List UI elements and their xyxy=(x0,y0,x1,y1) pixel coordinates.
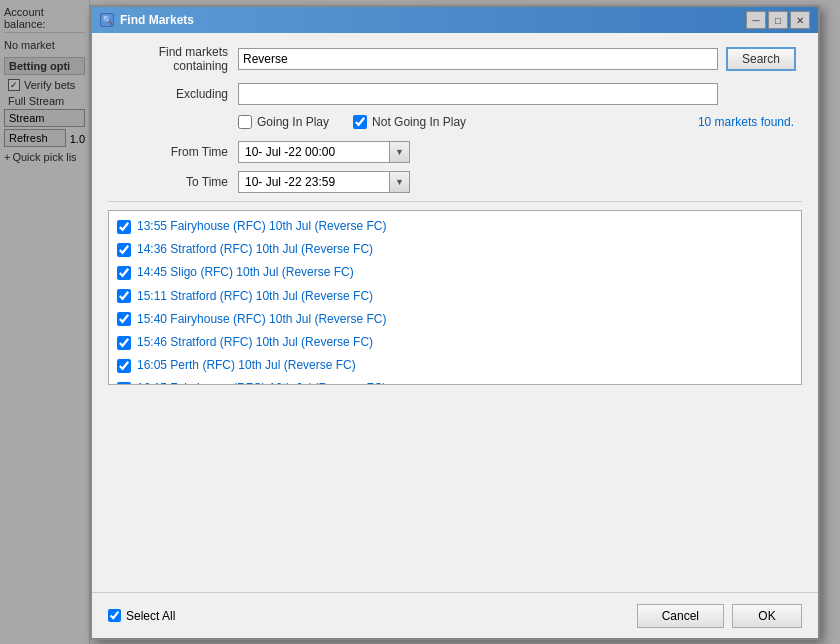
to-time-wrapper: ▼ xyxy=(238,171,410,193)
find-markets-row: Find markets containing Search xyxy=(108,45,802,73)
find-markets-input[interactable] xyxy=(238,48,718,70)
result-item-checkbox[interactable] xyxy=(117,220,131,234)
not-going-in-play-label: Not Going In Play xyxy=(372,115,466,129)
minimize-button[interactable]: ─ xyxy=(746,11,766,29)
select-all-checkbox[interactable] xyxy=(108,609,121,622)
going-in-play-checkbox[interactable] xyxy=(238,115,252,129)
result-item-text: 16:05 Perth (RFC) 10th Jul (Reverse FC) xyxy=(137,356,356,375)
cancel-button[interactable]: Cancel xyxy=(637,604,724,628)
find-markets-label: Find markets containing xyxy=(108,45,238,73)
list-item: 16:05 Perth (RFC) 10th Jul (Reverse FC) xyxy=(113,354,797,377)
dialog-title-left: 🔍 Find Markets xyxy=(100,13,194,27)
going-in-play-item: Going In Play xyxy=(238,115,329,129)
result-item-checkbox[interactable] xyxy=(117,336,131,350)
results-area[interactable]: 13:55 Fairyhouse (RFC) 10th Jul (Reverse… xyxy=(108,210,802,385)
list-item: 15:46 Stratford (RFC) 10th Jul (Reverse … xyxy=(113,331,797,354)
dialog-body: Find markets containing Search Excluding… xyxy=(92,33,818,405)
divider xyxy=(108,201,802,202)
markets-found-text: 10 markets found. xyxy=(698,115,802,129)
list-item: 16:15 Fairyhouse (RFC) 10th Jul (Reverse… xyxy=(113,377,797,385)
result-item-text: 15:40 Fairyhouse (RFC) 10th Jul (Reverse… xyxy=(137,310,386,329)
not-going-in-play-checkbox[interactable] xyxy=(353,115,367,129)
result-item-text: 15:11 Stratford (RFC) 10th Jul (Reverse … xyxy=(137,287,373,306)
maximize-button[interactable]: □ xyxy=(768,11,788,29)
close-button[interactable]: ✕ xyxy=(790,11,810,29)
result-item-checkbox[interactable] xyxy=(117,243,131,257)
from-time-dropdown[interactable]: ▼ xyxy=(389,142,409,162)
footer-left: Select All xyxy=(108,609,175,623)
select-all-item: Select All xyxy=(108,609,175,623)
excluding-label: Excluding xyxy=(108,87,238,101)
ok-button[interactable]: OK xyxy=(732,604,802,628)
dialog-footer: Select All Cancel OK xyxy=(92,592,818,638)
find-markets-dialog: 🔍 Find Markets ─ □ ✕ Find markets contai… xyxy=(90,5,820,640)
not-going-in-play-item: Not Going In Play xyxy=(353,115,466,129)
search-button[interactable]: Search xyxy=(726,47,796,71)
footer-right: Cancel OK xyxy=(637,604,802,628)
result-item-text: 14:45 Sligo (RFC) 10th Jul (Reverse FC) xyxy=(137,263,354,282)
result-item-text: 13:55 Fairyhouse (RFC) 10th Jul (Reverse… xyxy=(137,217,386,236)
result-item-checkbox[interactable] xyxy=(117,359,131,373)
list-item: 14:45 Sligo (RFC) 10th Jul (Reverse FC) xyxy=(113,261,797,284)
result-item-checkbox[interactable] xyxy=(117,312,131,326)
to-time-row: To Time ▼ xyxy=(108,171,802,193)
to-time-dropdown[interactable]: ▼ xyxy=(389,172,409,192)
from-time-input[interactable] xyxy=(239,143,389,161)
result-item-text: 14:36 Stratford (RFC) 10th Jul (Reverse … xyxy=(137,240,373,259)
result-item-checkbox[interactable] xyxy=(117,266,131,280)
list-item: 15:11 Stratford (RFC) 10th Jul (Reverse … xyxy=(113,285,797,308)
checkbox-row: Going In Play Not Going In Play 10 marke… xyxy=(108,115,802,129)
to-time-input[interactable] xyxy=(239,173,389,191)
dialog-title: Find Markets xyxy=(120,13,194,27)
excluding-row: Excluding xyxy=(108,83,802,105)
excluding-input[interactable] xyxy=(238,83,718,105)
result-item-checkbox[interactable] xyxy=(117,289,131,303)
going-in-play-label: Going In Play xyxy=(257,115,329,129)
from-time-wrapper: ▼ xyxy=(238,141,410,163)
select-all-label: Select All xyxy=(126,609,175,623)
result-item-checkbox[interactable] xyxy=(117,382,131,385)
list-item: 15:40 Fairyhouse (RFC) 10th Jul (Reverse… xyxy=(113,308,797,331)
dialog-window-controls: ─ □ ✕ xyxy=(746,11,810,29)
result-item-text: 15:46 Stratford (RFC) 10th Jul (Reverse … xyxy=(137,333,373,352)
dialog-titlebar: 🔍 Find Markets ─ □ ✕ xyxy=(92,7,818,33)
from-time-row: From Time ▼ xyxy=(108,141,802,163)
list-item: 14:36 Stratford (RFC) 10th Jul (Reverse … xyxy=(113,238,797,261)
result-item-text: 16:15 Fairyhouse (RFC) 10th Jul (Reverse… xyxy=(137,379,386,385)
from-time-label: From Time xyxy=(108,145,238,159)
dialog-icon: 🔍 xyxy=(100,13,114,27)
to-time-label: To Time xyxy=(108,175,238,189)
list-item: 13:55 Fairyhouse (RFC) 10th Jul (Reverse… xyxy=(113,215,797,238)
